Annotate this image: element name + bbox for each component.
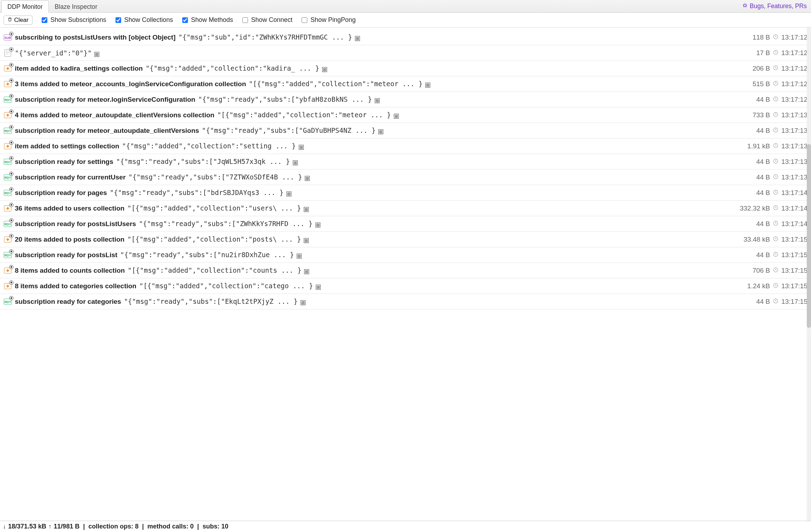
expand-icon[interactable]: ⊞ xyxy=(286,191,291,196)
log-row[interactable]: item added to kadira_settings collection… xyxy=(0,61,811,76)
clock-icon xyxy=(773,80,779,88)
log-row-size: 17 B xyxy=(756,49,770,57)
expand-icon[interactable]: ⊞ xyxy=(293,160,298,165)
log-row[interactable]: 3 items added to meteor_accounts_loginSe… xyxy=(0,76,811,92)
log-row-text: subscription ready for settings"{"msg":"… xyxy=(15,158,753,166)
log-row[interactable]: RDYsubscription ready for meteor.loginSe… xyxy=(0,92,811,107)
add-down-icon xyxy=(4,235,12,244)
expand-icon[interactable]: ⊞ xyxy=(375,98,380,103)
log-row-payload: "{"msg":"ready","subs":["nu2ir8DxhZue ..… xyxy=(120,251,294,259)
expand-icon[interactable]: ⊞ xyxy=(355,36,360,41)
bugs-link[interactable]: Bugs, Features, PRs xyxy=(738,0,811,12)
log-row[interactable]: RDYsubscription ready for postsListUsers… xyxy=(0,216,811,232)
log-row-payload: "[{"msg":"added","collection":"users\ ..… xyxy=(127,204,301,212)
log-row-time: 13:17:13 xyxy=(781,173,807,181)
filter-checkbox[interactable] xyxy=(242,17,248,23)
log-row-meta: 44 B13:17:15 xyxy=(756,251,807,259)
log-list[interactable]: SUBsubscribing to postsListUsers with [o… xyxy=(0,28,811,521)
log-row[interactable]: 4 items added to meteor_autoupdate_clien… xyxy=(0,107,811,123)
log-row[interactable]: RDYsubscription ready for currentUser"{"… xyxy=(0,170,811,185)
log-row[interactable]: RDYsubscription ready for categories"{"m… xyxy=(0,294,811,309)
svg-text:RDY: RDY xyxy=(4,129,11,133)
log-row-payload: "[{"msg":"added","collection":"catego ..… xyxy=(139,282,313,290)
filter-show-pingpong[interactable]: Show PingPong xyxy=(300,16,356,24)
clock-icon xyxy=(773,127,779,135)
expand-icon[interactable]: ⊞ xyxy=(322,67,327,72)
filter-checkbox[interactable] xyxy=(182,17,188,23)
expand-icon[interactable]: ⊞ xyxy=(297,254,302,259)
log-row[interactable]: RDYsubscription ready for postsList"{"ms… xyxy=(0,247,811,263)
clock-icon xyxy=(773,65,779,72)
log-row-title: subscription ready for currentUser xyxy=(15,173,126,181)
log-row-size: 332.32 kB xyxy=(740,205,770,212)
log-row[interactable]: "{"server_id":"0"}"⊞17 B13:17:12 xyxy=(0,45,811,61)
filter-show-connect[interactable]: Show Connect xyxy=(241,16,292,24)
log-row-time: 13:17:15 xyxy=(781,267,807,274)
filter-checkbox[interactable] xyxy=(302,17,307,23)
tab-blaze-inspector[interactable]: Blaze Inspector xyxy=(49,0,103,13)
rdy-down-icon: RDY xyxy=(4,173,12,182)
clock-icon xyxy=(773,298,779,306)
expand-icon[interactable]: ⊞ xyxy=(315,223,320,227)
log-row-title: 3 items added to meteor_accounts_loginSe… xyxy=(15,80,246,88)
log-row-payload: "[{"msg":"added","collection":"posts\ ..… xyxy=(127,235,301,243)
log-row-meta: 1.91 kB13:17:13 xyxy=(747,142,807,150)
expand-icon[interactable]: ⊞ xyxy=(94,52,99,57)
trash-icon xyxy=(7,17,12,24)
expand-icon[interactable]: ⊞ xyxy=(394,114,399,119)
expand-icon[interactable]: ⊞ xyxy=(425,83,430,88)
log-row-text: subscription ready for meteor_autoupdate… xyxy=(15,126,753,135)
expand-icon[interactable]: ⊞ xyxy=(304,269,309,274)
expand-icon[interactable]: ⊞ xyxy=(299,145,304,150)
add-down-icon xyxy=(4,266,12,275)
filter-show-subscriptions[interactable]: Show Subscriptions xyxy=(40,16,106,24)
log-row-meta: 44 B13:17:14 xyxy=(756,220,807,228)
scrollbar-track[interactable] xyxy=(807,28,811,521)
expand-icon[interactable]: ⊞ xyxy=(378,129,383,134)
log-row-text: 3 items added to meteor_accounts_loginSe… xyxy=(15,80,750,88)
expand-icon[interactable]: ⊞ xyxy=(316,285,321,290)
tab-bar: DDP MonitorBlaze Inspector Bugs, Feature… xyxy=(0,0,811,13)
expand-icon[interactable]: ⊞ xyxy=(305,176,310,181)
add-down-icon xyxy=(4,204,12,213)
expand-icon[interactable]: ⊞ xyxy=(304,207,309,212)
add-down-icon xyxy=(4,64,12,73)
clock-icon xyxy=(773,111,779,119)
expand-icon[interactable]: ⊞ xyxy=(301,300,306,305)
log-row-meta: 44 B13:17:13 xyxy=(756,127,807,135)
log-row-time: 13:17:12 xyxy=(781,65,807,72)
filter-checkbox[interactable] xyxy=(116,17,121,23)
log-row[interactable]: RDYsubscription ready for meteor_autoupd… xyxy=(0,123,811,138)
scrollbar-thumb[interactable] xyxy=(807,144,811,328)
log-row[interactable]: item added to settings collection"{"msg"… xyxy=(0,138,811,154)
clear-button[interactable]: Clear xyxy=(4,16,32,25)
log-row-size: 1.91 kB xyxy=(747,142,770,150)
log-row-text: "{"server_id":"0"}"⊞ xyxy=(15,49,753,57)
log-row-meta: 17 B13:17:12 xyxy=(756,49,807,57)
log-row[interactable]: 20 items added to posts collection"[{"ms… xyxy=(0,232,811,247)
log-row-text: 36 items added to users collection"[{"ms… xyxy=(15,204,737,212)
log-row-title: subscription ready for postsList xyxy=(15,251,117,259)
log-row-meta: 44 B13:17:14 xyxy=(756,189,807,197)
log-row[interactable]: 8 items added to categories collection"[… xyxy=(0,278,811,294)
clock-icon xyxy=(773,173,779,181)
filter-show-methods[interactable]: Show Methods xyxy=(181,16,233,24)
filter-show-collections[interactable]: Show Collections xyxy=(114,16,173,24)
log-row[interactable]: RDYsubscription ready for pages"{"msg":"… xyxy=(0,185,811,201)
log-row-payload: "{"msg":"ready","subs":["JqWL5H57x3qk ..… xyxy=(116,158,290,165)
log-row-size: 44 B xyxy=(756,96,770,104)
svg-text:RDY: RDY xyxy=(4,160,11,164)
bug-icon xyxy=(742,2,748,10)
log-row[interactable]: 36 items added to users collection"[{"ms… xyxy=(0,201,811,216)
filter-label: Show PingPong xyxy=(310,16,356,24)
log-row-size: 44 B xyxy=(756,251,770,259)
log-row[interactable]: RDYsubscription ready for settings"{"msg… xyxy=(0,154,811,170)
expand-icon[interactable]: ⊞ xyxy=(304,238,309,243)
log-row-meta: 515 B13:17:12 xyxy=(752,80,807,88)
log-row[interactable]: 8 items added to counts collection"[{"ms… xyxy=(0,263,811,278)
tab-ddp-monitor[interactable]: DDP Monitor xyxy=(1,0,49,13)
clock-icon xyxy=(773,158,779,166)
clear-label: Clear xyxy=(14,17,29,24)
log-row[interactable]: SUBsubscribing to postsListUsers with [o… xyxy=(0,30,811,45)
filter-checkbox[interactable] xyxy=(42,17,47,23)
